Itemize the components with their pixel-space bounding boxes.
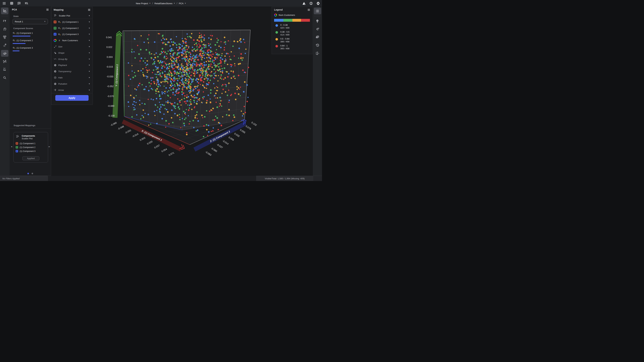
plot-type-select[interactable]: Scatter Plot ▼: [51, 13, 92, 19]
chevron-down-icon: ▼: [88, 33, 90, 35]
annotations-icon[interactable]: [16, 1, 22, 6]
settings-gear-icon[interactable]: [315, 1, 321, 6]
chevron-down-icon: ▼: [184, 3, 186, 4]
legend-panel-menu-icon[interactable]: [308, 9, 310, 11]
sidebar-item-plots[interactable]: [1, 8, 8, 14]
suggested-mappings-title: Suggested Mappings: [14, 124, 51, 127]
sidebar-item-clustering[interactable]: [1, 34, 8, 41]
breadcrumb: New Project▼ / RetailSalesStores▼ / PCA▼: [136, 0, 186, 7]
carousel-prev-icon[interactable]: ◂: [11, 145, 12, 148]
sidebar-item-statistics[interactable]: [314, 26, 321, 33]
sidebar-item-workflow[interactable]: [314, 50, 321, 57]
mapping-row-color[interactable]: # Num Customers ▼: [51, 37, 92, 44]
svg-text:Xai: Xai: [3, 69, 6, 71]
sidebar-item-filters[interactable]: [1, 18, 8, 24]
component-scores-label: Component Scores: [13, 27, 48, 30]
legend-bin[interactable]: 0.64 : 1365 / 498: [274, 45, 310, 50]
mapping-panel-menu-icon[interactable]: [88, 9, 90, 11]
plots-icon: [3, 9, 7, 13]
computed-feature-icon: ⚙?: [58, 21, 61, 23]
chevron-down-icon: ▼: [88, 58, 90, 60]
computed-feature-icon: ⚙?: [12, 32, 15, 34]
mapping-row-transparency[interactable]: Transparency ▼: [51, 68, 92, 75]
sidebar-item-legend[interactable]: [314, 8, 321, 14]
search-icon: [3, 76, 6, 80]
chevron-down-icon: ▼: [88, 46, 90, 48]
carousel-dot-active[interactable]: [28, 173, 29, 174]
size-icon: [54, 45, 57, 48]
chevron-down-icon: ▼: [88, 40, 90, 41]
legend-list-icon: [316, 9, 319, 13]
mapping-row-halo[interactable]: Halo ▼: [51, 75, 92, 81]
explainable-ai-icon: Xai: [2, 67, 7, 72]
computed-feature-icon: ⚙?: [12, 39, 15, 42]
mapping-row-pulsation[interactable]: Pulsation ▼: [51, 81, 92, 87]
pca-panel: PCA State Result 1 ▼ Component Scores ⚙?…: [10, 7, 51, 176]
z-axis-chip: Z: [54, 33, 56, 36]
account-icon[interactable]: [308, 1, 314, 6]
sidebar-item-plot-mappings[interactable]: XY: [314, 34, 321, 41]
legend-bin-color: [276, 38, 278, 41]
y-tick-label: -0.052: [102, 85, 114, 88]
component-score-item[interactable]: ⚙?(1) Component 1: [12, 31, 48, 37]
chevron-down-icon: ▼: [88, 21, 90, 23]
y-tick-label: -0.015: [101, 66, 113, 68]
apply-button[interactable]: Apply: [55, 95, 88, 101]
chevron-down-icon: ▼: [88, 52, 90, 54]
y-tick-label: 0.003: [101, 56, 112, 58]
halo-icon: [54, 76, 57, 79]
color-wheel-icon: [54, 39, 56, 42]
shape-icon: [54, 52, 57, 54]
mapping-row-playback[interactable]: Playback ▼: [51, 62, 92, 69]
computed-feature-icon: ⚙?: [58, 33, 61, 36]
legend-bin[interactable]: 0 : 0.38420 / 499: [274, 24, 310, 29]
virtualitics-logo-icon[interactable]: [301, 1, 307, 6]
sidebar-item-search[interactable]: [1, 74, 8, 81]
chevron-down-icon: ▼: [44, 21, 46, 22]
mapping-row-shape[interactable]: Shape ▼: [51, 50, 92, 56]
filters-status[interactable]: No Filters Applied: [0, 176, 48, 181]
state-label: State: [13, 15, 48, 18]
breadcrumb-project[interactable]: New Project▼: [136, 2, 151, 5]
mapping-row-y[interactable]: Y ⚙? (1) Component 2 ▼: [51, 25, 92, 31]
mapping-row-size[interactable]: Size ▼: [51, 44, 92, 50]
mapping-row-arrow[interactable]: Arrow ▼: [51, 87, 92, 93]
menu-icon[interactable]: [1, 1, 7, 6]
mapping-row-x[interactable]: X ⚙? (1) Component 1 ▼: [51, 19, 92, 25]
scatter-plot-icon: [16, 135, 20, 139]
sidebar-item-network[interactable]: [1, 58, 8, 65]
sidebar-item-pca[interactable]: [1, 50, 8, 57]
visible-total-status: Visible/Total: 1,585 / 1,994 (Missing: 4…: [256, 176, 313, 181]
pca-panel-menu-icon[interactable]: [46, 8, 49, 11]
component-score-item[interactable]: ⚙?(1) Component 3: [12, 46, 48, 51]
mapping-row-z[interactable]: Z ⚙? (1) Component 3 ▼: [51, 31, 92, 38]
search-list-icon[interactable]: [24, 1, 29, 6]
chevron-down-icon: ▼: [88, 89, 90, 91]
state-select[interactable]: Result 1 ▼: [12, 19, 48, 24]
legend-bin[interactable]: 0.5 : 0.64386 / 498: [274, 38, 310, 43]
suggested-mapping-card[interactable]: Components Scatter Plot X(1) Component 1…: [14, 132, 48, 163]
pulsation-icon: [54, 82, 57, 85]
sidebar-item-history[interactable]: [314, 42, 321, 49]
sidebar-item-insights-bulb[interactable]: [314, 18, 321, 24]
sidebar-item-ai-insights[interactable]: [1, 26, 8, 33]
sidebar-item-explainable-ai[interactable]: Xai: [1, 66, 8, 73]
chevron-down-icon: ▼: [88, 77, 90, 79]
breadcrumb-dataset[interactable]: RetailSalesStores▼: [154, 2, 175, 5]
mapping-row-groupby[interactable]: Group By ▼: [51, 56, 92, 62]
breadcrumb-page[interactable]: PCA▼: [179, 2, 186, 5]
component-score-item[interactable]: ⚙?(1) Component 2: [12, 39, 48, 44]
top-bar: New Project▼ / RetailSalesStores▼ / PCA▼: [0, 0, 322, 7]
sidebar-item-anomaly-detection[interactable]: [1, 42, 8, 49]
data-table-icon[interactable]: [9, 1, 14, 6]
y-tick-label: -0.108: [103, 114, 114, 117]
carousel-next-icon[interactable]: ▸: [49, 145, 50, 148]
z-axis-chip: Z: [16, 150, 18, 152]
chevron-down-icon: ▼: [149, 3, 151, 4]
y-tick-label: 0.041: [100, 36, 112, 39]
legend-bin[interactable]: 0.38 : 0.5414 / 499: [274, 31, 310, 36]
carousel-dot[interactable]: [32, 173, 33, 174]
applied-button[interactable]: Applied: [22, 156, 39, 160]
x-axis-chip: X: [54, 21, 56, 23]
y-axis-chip: Y: [16, 146, 18, 149]
